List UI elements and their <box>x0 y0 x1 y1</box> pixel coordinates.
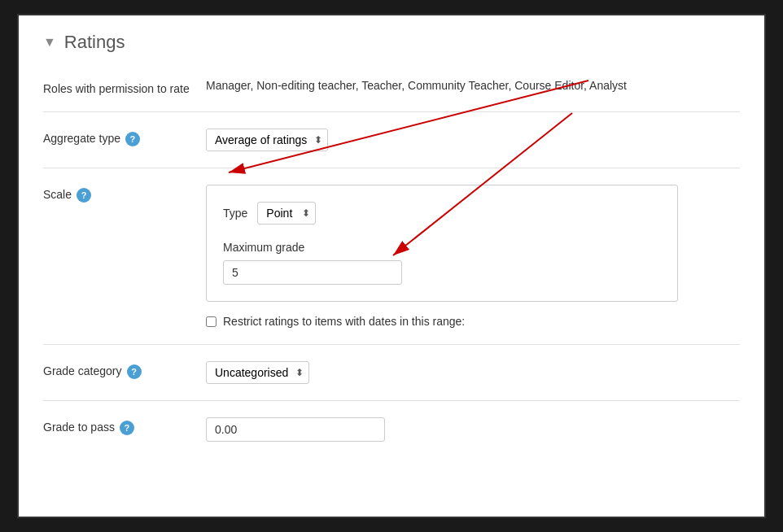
scale-box: Type Point Scale Maximum grade <box>206 185 678 302</box>
scale-control-cell: Type Point Scale Maximum grade <box>206 185 740 328</box>
grade-to-pass-input[interactable] <box>206 417 385 442</box>
grade-category-row: Grade category ? Uncategorised <box>43 351 740 394</box>
aggregate-label: Aggregate type <box>43 132 120 145</box>
scale-type-select-wrapper: Point Scale <box>257 202 316 225</box>
scale-label: Scale <box>43 188 72 201</box>
scale-type-row: Type Point Scale <box>223 202 661 225</box>
scale-type-label: Type <box>223 207 247 220</box>
scale-row: Scale ? Type Point Scale Maximum gra <box>43 175 740 338</box>
aggregate-select-wrapper: Average of ratings Count of ratings Maxi… <box>206 129 328 151</box>
section-title: Ratings <box>64 32 125 53</box>
ratings-panel: ▼ Ratings Roles with permission to rate … <box>17 14 766 518</box>
grade-category-label: Grade category <box>43 364 122 377</box>
collapse-icon[interactable]: ▼ <box>43 35 56 50</box>
restrict-label: Restrict ratings to items with dates in … <box>223 315 465 328</box>
grade-to-pass-row: Grade to pass ? <box>43 408 740 451</box>
aggregate-type-select[interactable]: Average of ratings Count of ratings Maxi… <box>206 129 328 151</box>
grade-category-help-icon[interactable]: ? <box>127 364 142 379</box>
grade-category-select[interactable]: Uncategorised <box>206 361 309 384</box>
restrict-checkbox[interactable] <box>206 316 217 327</box>
roles-value-cell: Manager, Non-editing teacher, Teacher, C… <box>206 79 740 92</box>
grade-to-pass-label: Grade to pass <box>43 421 115 434</box>
roles-row: Roles with permission to rate Manager, N… <box>43 69 740 105</box>
section-header: ▼ Ratings <box>43 32 740 53</box>
roles-label: Roles with permission to rate <box>43 82 190 95</box>
grade-category-control-cell: Uncategorised <box>206 361 740 384</box>
aggregate-help-icon[interactable]: ? <box>125 132 140 146</box>
grade-to-pass-label-cell: Grade to pass ? <box>43 417 206 435</box>
roles-value: Manager, Non-editing teacher, Teacher, C… <box>206 76 627 92</box>
grade-to-pass-control-cell <box>206 417 740 442</box>
grade-category-select-wrapper: Uncategorised <box>206 361 309 384</box>
aggregate-label-cell: Aggregate type ? <box>43 129 206 146</box>
scale-label-cell: Scale ? <box>43 185 206 203</box>
aggregate-type-row: Aggregate type ? Average of ratings Coun… <box>43 119 740 161</box>
grade-category-label-cell: Grade category ? <box>43 361 206 379</box>
max-grade-section: Maximum grade <box>223 241 661 285</box>
aggregate-control-cell: Average of ratings Count of ratings Maxi… <box>206 129 740 151</box>
scale-type-select[interactable]: Point Scale <box>257 202 316 225</box>
max-grade-input[interactable] <box>223 260 402 285</box>
restrict-checkbox-row: Restrict ratings to items with dates in … <box>206 315 740 328</box>
grade-to-pass-help-icon[interactable]: ? <box>120 421 134 435</box>
scale-help-icon[interactable]: ? <box>77 188 91 203</box>
roles-label-cell: Roles with permission to rate <box>43 79 206 95</box>
max-grade-label: Maximum grade <box>223 241 661 254</box>
